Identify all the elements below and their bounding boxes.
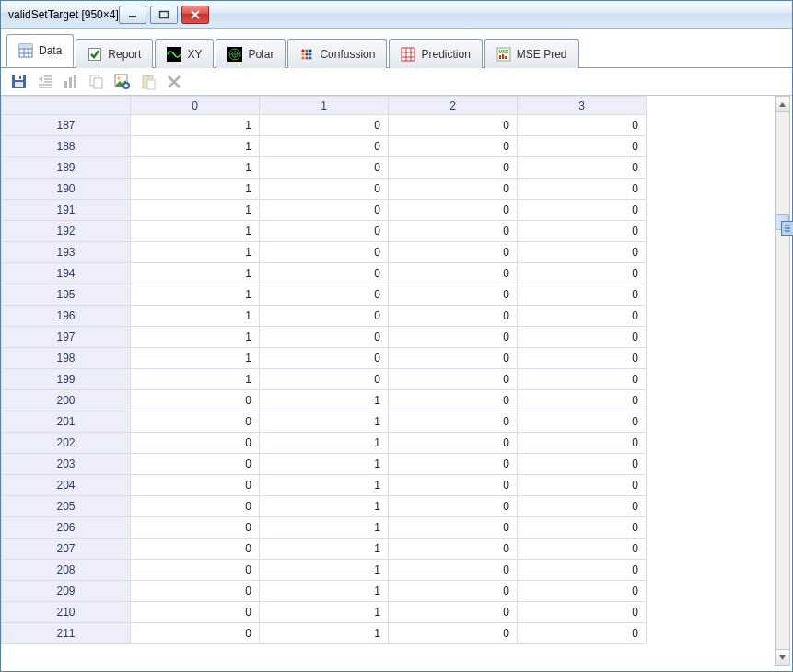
data-cell[interactable]: 0 xyxy=(260,284,389,306)
data-cell[interactable]: 1 xyxy=(131,369,260,390)
outdent-button[interactable] xyxy=(36,73,54,91)
data-cell[interactable]: 0 xyxy=(131,411,260,433)
data-cell[interactable]: 0 xyxy=(518,602,647,623)
data-cell[interactable]: 1 xyxy=(131,136,260,157)
data-cell[interactable]: 0 xyxy=(518,411,647,433)
scroll-track[interactable] xyxy=(776,112,789,649)
close-button[interactable] xyxy=(181,6,209,24)
row-header[interactable]: 188 xyxy=(2,136,131,157)
row-header[interactable]: 203 xyxy=(2,454,131,475)
data-cell[interactable]: 0 xyxy=(389,284,518,306)
data-cell[interactable]: 0 xyxy=(389,263,518,284)
data-cell[interactable]: 0 xyxy=(389,348,518,369)
row-header[interactable]: 208 xyxy=(2,560,131,581)
data-cell[interactable]: 0 xyxy=(131,623,260,644)
data-cell[interactable]: 0 xyxy=(518,517,647,539)
data-cell[interactable]: 1 xyxy=(131,157,260,179)
paste-button[interactable] xyxy=(139,73,157,91)
data-cell[interactable]: 0 xyxy=(518,115,647,136)
row-header[interactable]: 207 xyxy=(2,539,131,560)
data-cell[interactable]: 1 xyxy=(260,517,389,539)
data-cell[interactable]: 0 xyxy=(389,306,518,327)
data-cell[interactable]: 0 xyxy=(389,369,518,390)
data-cell[interactable]: 0 xyxy=(389,475,518,496)
data-cell[interactable]: 0 xyxy=(389,221,518,242)
data-cell[interactable]: 0 xyxy=(518,560,647,581)
data-cell[interactable]: 1 xyxy=(260,602,389,623)
data-cell[interactable]: 1 xyxy=(260,475,389,496)
data-cell[interactable]: 0 xyxy=(518,136,647,157)
data-grid[interactable]: 0 1 2 3 18710001881000189100019010001911… xyxy=(1,96,774,664)
tab-report[interactable]: Report xyxy=(76,39,153,68)
data-cell[interactable]: 1 xyxy=(131,306,260,327)
data-cell[interactable]: 0 xyxy=(389,390,518,411)
data-cell[interactable]: 0 xyxy=(131,475,260,496)
tab-mse-pred[interactable]: MSE MSE Pred xyxy=(484,39,579,68)
data-cell[interactable]: 0 xyxy=(260,306,389,327)
data-cell[interactable]: 0 xyxy=(389,539,518,560)
data-cell[interactable]: 0 xyxy=(518,242,647,263)
col-header[interactable]: 0 xyxy=(131,97,260,115)
data-cell[interactable]: 0 xyxy=(131,602,260,623)
data-cell[interactable]: 1 xyxy=(131,263,260,284)
data-cell[interactable]: 0 xyxy=(518,390,647,411)
data-cell[interactable]: 0 xyxy=(389,581,518,602)
tab-polar[interactable]: Polar xyxy=(216,39,286,68)
paste-image-button[interactable] xyxy=(113,73,132,91)
data-cell[interactable]: 0 xyxy=(389,200,518,221)
tab-prediction[interactable]: Prediction xyxy=(389,39,482,68)
row-header[interactable]: 195 xyxy=(2,284,131,306)
data-cell[interactable]: 1 xyxy=(260,454,389,475)
data-cell[interactable]: 0 xyxy=(389,496,518,517)
row-header[interactable]: 210 xyxy=(2,602,131,623)
row-header[interactable]: 191 xyxy=(2,200,131,221)
data-cell[interactable]: 1 xyxy=(260,539,389,560)
data-cell[interactable]: 1 xyxy=(131,242,260,263)
data-cell[interactable]: 0 xyxy=(518,369,647,390)
row-header[interactable]: 198 xyxy=(2,348,131,369)
data-cell[interactable]: 1 xyxy=(131,221,260,242)
row-header[interactable]: 193 xyxy=(2,242,131,263)
data-cell[interactable]: 0 xyxy=(518,348,647,369)
row-header[interactable]: 189 xyxy=(2,157,131,179)
tab-data[interactable]: Data xyxy=(6,34,74,67)
col-header[interactable]: 1 xyxy=(260,97,389,115)
row-header[interactable]: 202 xyxy=(2,433,131,454)
data-cell[interactable]: 0 xyxy=(389,115,518,136)
vertical-scrollbar[interactable] xyxy=(775,96,790,666)
data-cell[interactable]: 0 xyxy=(518,454,647,475)
data-cell[interactable]: 0 xyxy=(389,157,518,179)
row-header[interactable]: 205 xyxy=(2,496,131,517)
data-cell[interactable]: 0 xyxy=(260,200,389,221)
data-cell[interactable]: 1 xyxy=(131,327,260,348)
scroll-down-button[interactable] xyxy=(776,649,789,665)
row-header[interactable]: 194 xyxy=(2,263,131,284)
row-header[interactable]: 199 xyxy=(2,369,131,390)
maximize-button[interactable] xyxy=(150,6,178,24)
row-header[interactable]: 192 xyxy=(2,221,131,242)
data-cell[interactable]: 0 xyxy=(389,454,518,475)
data-cell[interactable]: 0 xyxy=(518,475,647,496)
data-cell[interactable]: 0 xyxy=(389,433,518,454)
data-cell[interactable]: 0 xyxy=(260,221,389,242)
data-cell[interactable]: 0 xyxy=(518,157,647,179)
tab-xy[interactable]: XY xyxy=(155,39,214,68)
data-cell[interactable]: 0 xyxy=(131,433,260,454)
data-cell[interactable]: 1 xyxy=(260,411,389,433)
data-cell[interactable]: 0 xyxy=(131,496,260,517)
data-cell[interactable]: 0 xyxy=(260,327,389,348)
data-cell[interactable]: 0 xyxy=(518,433,647,454)
data-cell[interactable]: 1 xyxy=(260,390,389,411)
data-cell[interactable]: 0 xyxy=(518,263,647,284)
data-cell[interactable]: 0 xyxy=(260,179,389,200)
data-cell[interactable]: 0 xyxy=(131,517,260,539)
data-cell[interactable]: 0 xyxy=(131,454,260,475)
row-header[interactable]: 204 xyxy=(2,475,131,496)
data-cell[interactable]: 1 xyxy=(260,560,389,581)
data-cell[interactable]: 0 xyxy=(260,115,389,136)
data-cell[interactable]: 0 xyxy=(389,517,518,539)
row-header[interactable]: 190 xyxy=(2,179,131,200)
data-cell[interactable]: 1 xyxy=(131,179,260,200)
side-panel-toggle[interactable] xyxy=(781,221,793,236)
row-header[interactable]: 209 xyxy=(2,581,131,602)
